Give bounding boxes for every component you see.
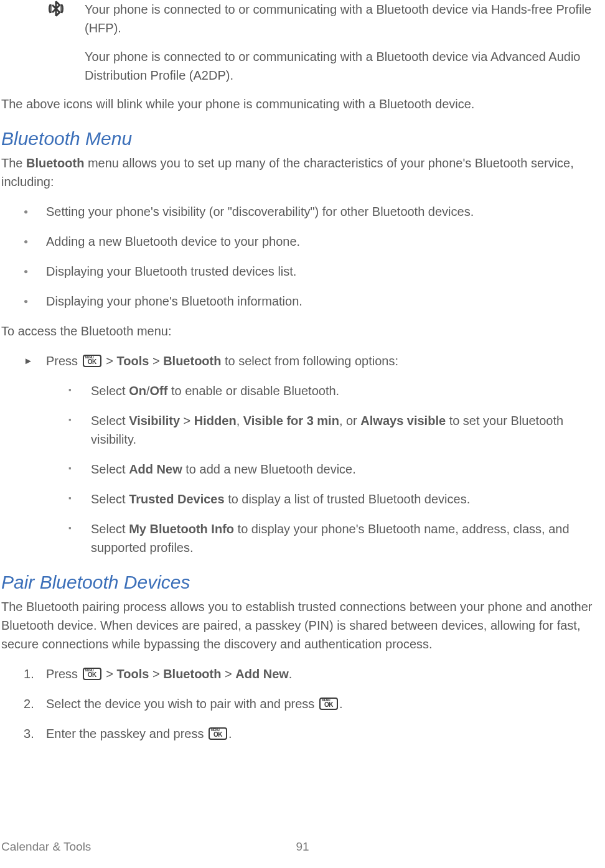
text: , (237, 414, 243, 427)
text: The (1, 156, 26, 170)
text: to enable or disable Bluetooth. (167, 384, 339, 398)
icon-description-a2dp: Your phone is connected to or communicat… (49, 47, 604, 85)
pair-steps-list: Press > Tools > Bluetooth > Add New. Sel… (1, 665, 604, 743)
list-item: Setting your phone's visibility (or "dis… (1, 202, 604, 221)
list-item: Enter the passkey and press . (1, 724, 604, 743)
icon-description-row-hfp: Your phone is connected to or communicat… (1, 0, 604, 37)
text: Select (91, 462, 129, 476)
text: Select (91, 384, 129, 398)
pair-intro: The Bluetooth pairing process allows you… (1, 597, 604, 653)
bluetooth-menu-features-list: Setting your phone's visibility (or "dis… (1, 202, 604, 310)
bold-text: Add New (129, 462, 182, 476)
text: > (103, 667, 117, 681)
text: to add a new Bluetooth device. (182, 462, 356, 476)
list-item: Select On/Off to enable or disable Bluet… (46, 381, 604, 400)
access-intro: To access the Bluetooth menu: (1, 322, 604, 340)
text: to select from following options: (221, 354, 398, 368)
list-item: Press > Tools > Bluetooth > Add New. (1, 665, 604, 683)
bold-text: Visible for 3 min (243, 414, 339, 427)
list-item: Select Add New to add a new Bluetooth de… (46, 460, 604, 478)
text: . (228, 727, 232, 740)
text: > (149, 354, 163, 368)
list-item: Select Visibility > Hidden, Visible for … (46, 411, 604, 449)
text: Select (91, 414, 129, 427)
list-item: Displaying your phone's Bluetooth inform… (1, 292, 604, 310)
heading-pair-bluetooth: Pair Bluetooth Devices (1, 568, 604, 596)
bold-text: Visibility (129, 414, 180, 427)
bold-text: On (129, 384, 146, 398)
text: . (289, 667, 293, 681)
list-item: Select the device you wish to pair with … (1, 694, 604, 713)
bold-text: Always visible (360, 414, 446, 427)
access-steps: Press > Tools > Bluetooth to select from… (1, 352, 604, 557)
menu-ok-key-icon (319, 698, 338, 710)
icon-description-hfp: Your phone is connected to or communicat… (49, 0, 604, 37)
bluetooth-options-list: Select On/Off to enable or disable Bluet… (46, 381, 604, 557)
bold-text: Off (150, 384, 168, 398)
bold-text: My Bluetooth Info (129, 522, 234, 536)
bluetooth-menu-intro: The Bluetooth menu allows you to set up … (1, 154, 604, 191)
text: to display a list of trusted Bluetooth d… (225, 492, 471, 506)
text: Select the device you wish to pair with … (46, 697, 318, 711)
text: Press (46, 667, 82, 681)
bluetooth-a2dp-icon (47, 0, 65, 22)
menu-ok-key-icon (209, 727, 227, 740)
bold-text: Bluetooth (163, 667, 221, 681)
bold-text: Tools (116, 354, 149, 368)
page-footer: Calendar & Tools 91 (1, 838, 604, 856)
footer-page-number: 91 (296, 838, 309, 856)
list-item: Adding a new Bluetooth device to your ph… (1, 232, 604, 251)
bold-text: Hidden (194, 414, 237, 427)
list-item: Press > Tools > Bluetooth to select from… (1, 352, 604, 557)
list-item: Select Trusted Devices to display a list… (46, 490, 604, 508)
bold-text: Tools (116, 667, 149, 681)
icon-description-row-a2dp: Your phone is connected to or communicat… (1, 47, 604, 85)
text: > (221, 667, 235, 681)
bold-text: Trusted Devices (129, 492, 224, 506)
menu-ok-key-icon (83, 668, 101, 680)
text: Press (46, 354, 82, 368)
text: > (180, 414, 194, 427)
text: , or (339, 414, 360, 427)
text: menu allows you to set up many of the ch… (1, 156, 574, 189)
list-item: Displaying your Bluetooth trusted device… (1, 262, 604, 281)
bold-text: Bluetooth (26, 156, 84, 170)
blink-note: The above icons will blink while your ph… (1, 95, 604, 113)
bold-text: Bluetooth (163, 354, 221, 368)
text: Select (91, 492, 129, 506)
list-item: Select My Bluetooth Info to display your… (46, 520, 604, 557)
text: Enter the passkey and press (46, 727, 207, 740)
bold-text: Add New (235, 667, 289, 681)
text: Select (91, 522, 129, 536)
text: . (339, 697, 343, 711)
heading-bluetooth-menu: Bluetooth Menu (1, 124, 604, 152)
text: > (149, 667, 163, 681)
menu-ok-key-icon (83, 355, 101, 367)
text: > (103, 354, 117, 368)
